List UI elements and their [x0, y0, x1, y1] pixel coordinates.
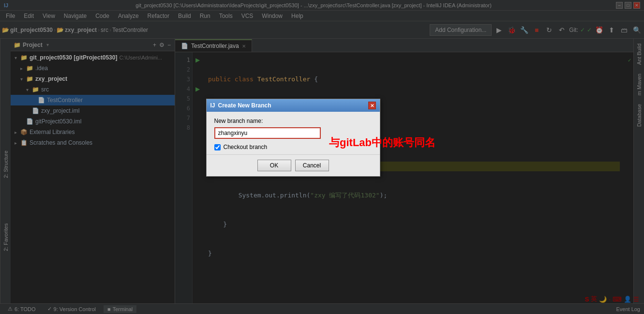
annotation-text: 与gitLab中的账号同名 [329, 135, 435, 150]
modal-intellij-icon: IJ [210, 102, 215, 109]
modal-label: New branch name: [214, 118, 372, 124]
checkout-label: Checkout branch [224, 144, 268, 150]
modal-buttons: OK Cancel [207, 154, 380, 176]
branch-name-input[interactable] [214, 127, 321, 139]
ok-button[interactable]: OK [257, 160, 291, 171]
modal-title: Create New Branch [218, 102, 271, 109]
cancel-button[interactable]: Cancel [295, 160, 329, 171]
modal-overlay: IJ Create New Branch ✕ New branch name: … [0, 0, 644, 314]
checkout-checkbox[interactable] [214, 144, 221, 150]
modal-title-bar: IJ Create New Branch ✕ [207, 99, 380, 112]
modal-close-button[interactable]: ✕ [368, 102, 376, 109]
